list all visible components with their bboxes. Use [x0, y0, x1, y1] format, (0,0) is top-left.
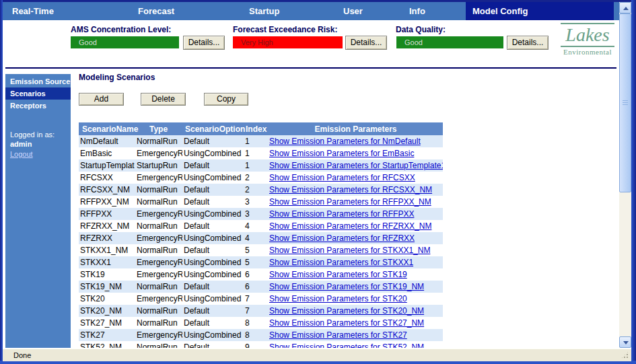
cell-type: EmergencyRun — [135, 256, 182, 268]
show-emission-parameters-link[interactable]: Show Emission Parameters for STK52_NM — [269, 342, 424, 348]
cell-index: 5 — [243, 244, 269, 256]
nav-item-startup[interactable]: Startup — [249, 6, 280, 16]
cell-type: EmergencyRun — [135, 232, 182, 244]
nav-item-info[interactable]: Info — [409, 6, 425, 16]
show-emission-parameters-link[interactable]: Show Emission Parameters for RFZRXX — [269, 233, 415, 243]
cell-scenario-option: UsingCombined — [182, 256, 243, 268]
table-row[interactable]: NmDefault NormalRun Default 1 Show Emiss… — [79, 135, 443, 147]
header-divider — [5, 67, 616, 69]
cell-emission-parameters: Show Emission Parameters for STK52_NM — [269, 341, 443, 348]
scrollbar-up-button[interactable] — [619, 2, 631, 13]
cell-scenario-name: RFCSXX_NM — [79, 184, 135, 196]
table-row[interactable]: RFZRXX_NM NormalRun Default 4 Show Emiss… — [79, 220, 443, 232]
username-label: admin — [10, 140, 71, 148]
cell-scenario-name: STK52_NM — [79, 341, 135, 348]
cell-emission-parameters: Show Emission Parameters for STKXX1_NM — [269, 244, 443, 256]
header-emission-parameters: Emission Parameters — [269, 122, 443, 135]
cell-index: 7 — [243, 293, 269, 305]
cell-index: 3 — [243, 208, 269, 220]
table-row[interactable]: RFFPXX_NM NormalRun Default 3 Show Emiss… — [79, 196, 443, 208]
table-row[interactable]: STK27 EmergencyRun UsingCombined 8 Show … — [79, 329, 443, 341]
ams-details-button[interactable]: Details... — [183, 36, 225, 50]
table-row[interactable]: STKXX1_NM NormalRun Default 5 Show Emiss… — [79, 244, 443, 256]
nav-item-real-time[interactable]: Real-Time — [12, 6, 54, 16]
show-emission-parameters-link[interactable]: Show Emission Parameters for STK19_NM — [269, 282, 424, 291]
cell-scenario-name: STK20_NM — [79, 305, 135, 317]
sidebar-item-emission-source[interactable]: Emission Source — [5, 75, 71, 87]
data-quality-details-button[interactable]: Details... — [507, 36, 549, 50]
logo-environmental-text: Environmental — [561, 48, 614, 56]
show-emission-parameters-link[interactable]: Show Emission Parameters for STKXX1_NM — [269, 246, 430, 255]
show-emission-parameters-link[interactable]: Show Emission Parameters for RFCSXX_NM — [269, 185, 432, 194]
cell-type: NormalRun — [135, 341, 182, 348]
show-emission-parameters-link[interactable]: Show Emission Parameters for STK27 — [269, 330, 407, 340]
cell-scenario-option: UsingCombined — [182, 329, 243, 341]
add-button[interactable]: Add — [79, 93, 124, 106]
window-border-right — [631, 0, 636, 361]
nav-item-forecast[interactable]: Forecast — [138, 6, 174, 16]
scrollbar-down-button[interactable] — [619, 336, 631, 348]
table-row[interactable]: RFCSXX EmergencyRun UsingCombined 2 Show… — [79, 172, 443, 184]
delete-button[interactable]: Delete — [141, 93, 186, 106]
table-row[interactable]: STK52_NM NormalRun Default 9 Show Emissi… — [79, 341, 443, 348]
copy-button[interactable]: Copy — [204, 93, 248, 106]
sidebar-item-scenarios[interactable]: Scenarios — [5, 87, 71, 100]
cell-emission-parameters: Show Emission Parameters for RFZRXX — [269, 232, 443, 244]
nav-item-model-config[interactable]: Model Config — [466, 2, 614, 20]
table-row[interactable]: STK19 EmergencyRun UsingCombined 6 Show … — [79, 268, 443, 281]
cell-scenario-name: STKXX1 — [79, 256, 135, 268]
show-emission-parameters-link[interactable]: Show Emission Parameters for StartupTemp… — [269, 161, 443, 170]
cell-emission-parameters: Show Emission Parameters for EmBasic — [269, 147, 443, 159]
cell-scenario-option: Default — [182, 220, 243, 232]
nav-item-user[interactable]: User — [343, 6, 363, 16]
cell-emission-parameters: Show Emission Parameters for STK19_NM — [269, 281, 443, 293]
forecast-risk-details-button[interactable]: Details... — [345, 36, 387, 50]
show-emission-parameters-link[interactable]: Show Emission Parameters for STK20_NM — [269, 306, 424, 316]
browser-status-bar: Done — [3, 348, 631, 361]
sidebar-item-receptors[interactable]: Receptors — [5, 100, 71, 112]
table-row[interactable]: RFFPXX EmergencyRun UsingCombined 3 Show… — [79, 208, 443, 220]
scenario-table: ScenarioName Type ScenarioOption Index E… — [79, 122, 443, 348]
show-emission-parameters-link[interactable]: Show Emission Parameters for RFFPXX_NM — [269, 197, 431, 207]
show-emission-parameters-link[interactable]: Show Emission Parameters for STK19 — [269, 270, 407, 279]
table-row[interactable]: STK27_NM NormalRun Default 8 Show Emissi… — [79, 317, 443, 329]
cell-emission-parameters: Show Emission Parameters for RFFPXX — [269, 208, 443, 220]
show-emission-parameters-link[interactable]: Show Emission Parameters for STK20 — [269, 294, 407, 303]
cell-scenario-option: UsingCombined — [182, 232, 243, 244]
logged-in-as-label: Logged in as: — [10, 131, 71, 139]
table-header-row: ScenarioName Type ScenarioOption Index E… — [79, 122, 443, 135]
show-emission-parameters-link[interactable]: Show Emission Parameters for RFCSXX — [269, 173, 415, 182]
cell-emission-parameters: Show Emission Parameters for RFZRXX_NM — [269, 220, 443, 232]
table-row[interactable]: STK20 EmergencyRun UsingCombined 7 Show … — [79, 293, 443, 305]
show-emission-parameters-link[interactable]: Show Emission Parameters for NmDefault — [269, 137, 421, 146]
vertical-scrollbar[interactable] — [619, 2, 631, 348]
header-index: Index — [243, 122, 269, 135]
data-quality-level-bar: Good — [396, 36, 503, 48]
cell-scenario-name: STK20 — [79, 293, 135, 305]
table-row[interactable]: STK19_NM NormalRun Default 6 Show Emissi… — [79, 281, 443, 293]
table-row[interactable]: RFCSXX_NM NormalRun Default 2 Show Emiss… — [79, 184, 443, 196]
table-row[interactable]: StartupTemplate1 StartupRun Default 1 Sh… — [79, 159, 443, 172]
logout-link[interactable]: Logout — [10, 150, 33, 158]
scrollbar-grip-icon — [623, 100, 628, 106]
show-emission-parameters-link[interactable]: Show Emission Parameters for RFZRXX_NM — [269, 221, 431, 231]
table-row[interactable]: STK20_NM NormalRun Default 7 Show Emissi… — [79, 305, 443, 317]
table-row[interactable]: STKXX1 EmergencyRun UsingCombined 5 Show… — [79, 256, 443, 268]
table-row[interactable]: RFZRXX EmergencyRun UsingCombined 4 Show… — [79, 232, 443, 244]
cell-scenario-name: EmBasic — [79, 147, 135, 159]
cell-emission-parameters: Show Emission Parameters for RFCSXX — [269, 172, 443, 184]
cell-index: 7 — [243, 305, 269, 317]
cell-emission-parameters: Show Emission Parameters for NmDefault — [269, 135, 443, 147]
cell-emission-parameters: Show Emission Parameters for STK27 — [269, 329, 443, 341]
cell-scenario-option: Default — [182, 317, 243, 329]
scrollbar-thumb[interactable] — [619, 13, 631, 192]
show-emission-parameters-link[interactable]: Show Emission Parameters for EmBasic — [269, 149, 414, 158]
show-emission-parameters-link[interactable]: Show Emission Parameters for RFFPXX — [269, 209, 414, 219]
cell-index: 1 — [243, 147, 269, 159]
resize-grip[interactable] — [621, 351, 629, 359]
cell-index: 1 — [243, 135, 269, 147]
show-emission-parameters-link[interactable]: Show Emission Parameters for STKXX1 — [269, 258, 413, 267]
show-emission-parameters-link[interactable]: Show Emission Parameters for STK27_NM — [269, 318, 424, 328]
cell-type: NormalRun — [135, 305, 182, 317]
table-row[interactable]: EmBasic EmergencyRun UsingCombined 1 Sho… — [79, 147, 443, 159]
